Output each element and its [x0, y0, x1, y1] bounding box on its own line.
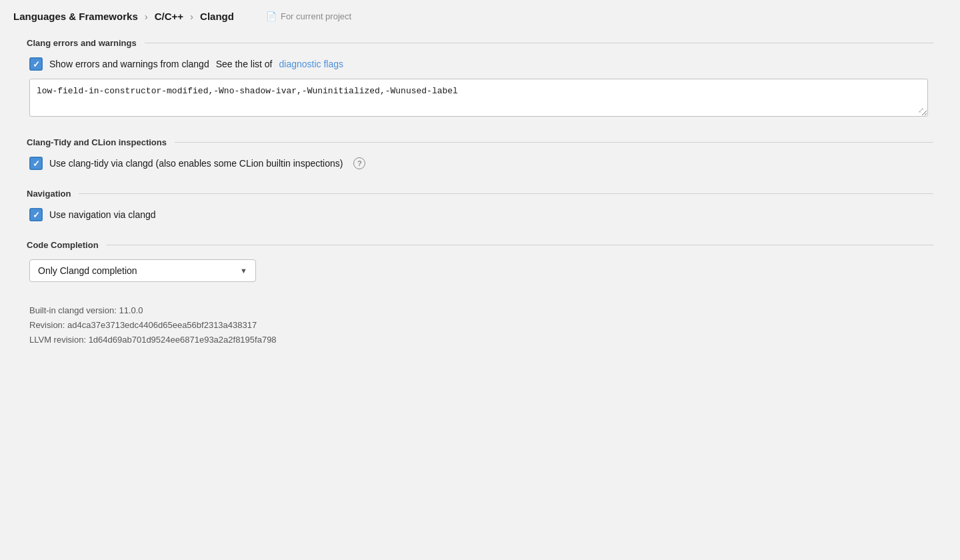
section-code-completion: Code Completion Only Clangd completion ▼ — [27, 240, 933, 282]
navigation-label: Use navigation via clangd — [49, 209, 156, 220]
section-code-completion-title: Code Completion — [27, 240, 99, 250]
footer-info: Built-in clangd version: 11.0.0 Revision… — [27, 303, 933, 347]
content-area: Clang errors and warnings ✓ Show errors … — [0, 31, 960, 560]
show-errors-row: ✓ Show errors and warnings from clangd S… — [27, 57, 933, 71]
section-code-completion-divider — [107, 245, 933, 245]
dropdown-container: Only Clangd completion ▼ — [29, 259, 933, 282]
section-clang-tidy-divider — [175, 142, 933, 143]
flags-textarea-container: ⤢ — [29, 79, 933, 119]
clang-tidy-checkbox[interactable]: ✓ — [29, 157, 43, 170]
footer-line1: Built-in clangd version: 11.0.0 — [29, 303, 933, 318]
section-navigation: Navigation ✓ Use navigation via clangd — [27, 189, 933, 221]
page-container: Languages & Frameworks › C/C++ › Clangd … — [0, 0, 960, 560]
help-icon[interactable]: ? — [353, 157, 365, 169]
for-project-label: For current project — [281, 11, 351, 21]
flags-textarea[interactable] — [29, 79, 928, 117]
checkmark-icon-3: ✓ — [33, 211, 40, 219]
breadcrumb-part3: Clangd — [200, 11, 234, 22]
see-list-text: See the list of — [216, 59, 273, 69]
footer-line3: LLVM revision: 1d64d69ab701d9524ee6871e9… — [29, 333, 933, 347]
show-errors-label: Show errors and warnings from clangd — [49, 59, 209, 69]
section-clang-tidy-header: Clang-Tidy and CLion inspections — [27, 137, 933, 147]
breadcrumb-sep2: › — [190, 11, 193, 22]
breadcrumb-part2: C/C++ — [155, 11, 183, 22]
dropdown-value: Only Clangd completion — [38, 265, 137, 276]
checkmark-icon: ✓ — [33, 60, 40, 69]
section-navigation-divider — [79, 193, 933, 194]
breadcrumb-part1: Languages & Frameworks — [13, 11, 138, 22]
section-clang-tidy-title: Clang-Tidy and CLion inspections — [27, 137, 167, 147]
section-clang-errors-divider — [145, 43, 933, 43]
section-clang-tidy: Clang-Tidy and CLion inspections ✓ Use c… — [27, 137, 933, 170]
diagnostic-flags-link[interactable]: diagnostic flags — [279, 59, 344, 69]
dropdown-arrow-icon: ▼ — [240, 267, 247, 275]
footer-line2: Revision: ad4ca37e3713edc4406d65eea56bf2… — [29, 318, 933, 333]
for-current-project: 📄 For current project — [266, 11, 351, 21]
navigation-checkbox[interactable]: ✓ — [29, 208, 43, 221]
navigation-row: ✓ Use navigation via clangd — [27, 208, 933, 221]
section-code-completion-header: Code Completion — [27, 240, 933, 250]
clang-tidy-label: Use clang-tidy via clangd (also enables … — [49, 158, 343, 169]
section-clang-errors: Clang errors and warnings ✓ Show errors … — [27, 38, 933, 119]
file-icon: 📄 — [266, 11, 277, 21]
section-clang-errors-header: Clang errors and warnings — [27, 38, 933, 48]
section-clang-errors-title: Clang errors and warnings — [27, 38, 137, 48]
section-navigation-header: Navigation — [27, 189, 933, 199]
checkmark-icon-2: ✓ — [33, 159, 40, 168]
breadcrumb: Languages & Frameworks › C/C++ › Clangd … — [0, 0, 960, 31]
completion-dropdown[interactable]: Only Clangd completion ▼ — [29, 259, 256, 282]
show-errors-checkbox[interactable]: ✓ — [29, 57, 43, 71]
breadcrumb-sep1: › — [145, 11, 148, 22]
section-navigation-title: Navigation — [27, 189, 71, 199]
clang-tidy-row: ✓ Use clang-tidy via clangd (also enable… — [27, 157, 933, 170]
